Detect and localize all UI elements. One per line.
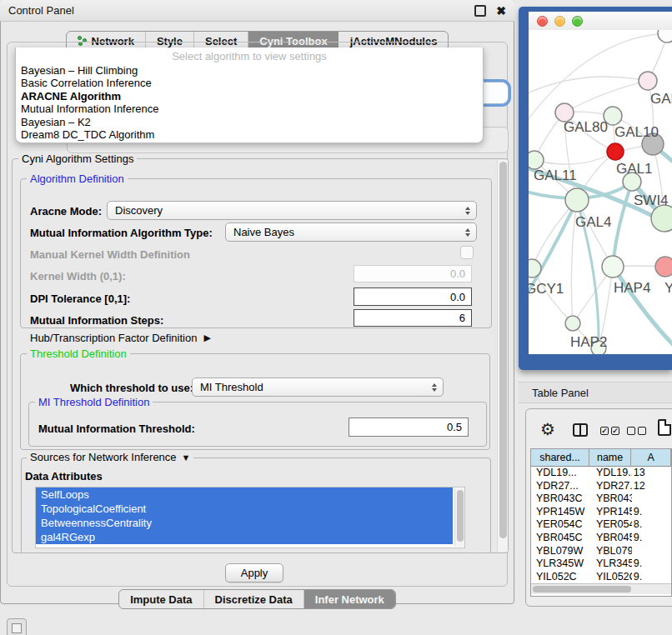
- table-row[interactable]: YIL052CYIL052C9.: [531, 571, 671, 584]
- table-row[interactable]: YBR045CYBR045C9.: [531, 532, 671, 545]
- maximize-window-icon[interactable]: [572, 16, 583, 27]
- attributes-scrollbar[interactable]: [454, 488, 464, 547]
- settings-scrollbar[interactable]: [497, 160, 508, 552]
- columns-icon[interactable]: [573, 423, 588, 437]
- network-node-label: HAP2: [570, 334, 607, 350]
- network-node-label: GAL4: [575, 214, 611, 230]
- dpi-tolerance-field[interactable]: 0.0: [354, 288, 472, 306]
- table-row[interactable]: YER054CYER054C8.: [531, 518, 671, 532]
- select-all-icon[interactable]: ✓✓: [600, 427, 619, 435]
- table-scrollbar-thumb[interactable]: [533, 586, 631, 592]
- table-row[interactable]: YBR043CYBR043C: [531, 492, 671, 506]
- network-node[interactable]: [607, 143, 624, 160]
- table-cell: 12: [632, 480, 671, 493]
- mi-threshold-value: 0.5: [447, 421, 462, 433]
- network-node[interactable]: [655, 257, 672, 277]
- manual-kernel-checkbox[interactable]: [460, 246, 474, 259]
- algorithm-dropdown-list: Bayesian – Hill ClimbingBasic Correlatio…: [16, 64, 483, 141]
- file-icon[interactable]: [658, 419, 671, 436]
- table-cell: 9.: [632, 558, 671, 571]
- data-attribute-item[interactable]: gal4RGexp: [36, 530, 453, 544]
- algorithm-option[interactable]: Dream8 DC_TDC Algorithm: [16, 128, 483, 141]
- table-row[interactable]: YLR345WYLR345W9.: [531, 558, 671, 571]
- hub-definition-disclosure[interactable]: Hub/Transcription Factor Definition ▶: [30, 332, 211, 344]
- network-node[interactable]: [565, 316, 580, 331]
- mi-threshold-field[interactable]: 0.5: [349, 418, 469, 437]
- table-cell: YIL052C: [531, 571, 589, 584]
- algorithm-option[interactable]: Bayesian – Hill Climbing: [16, 64, 483, 77]
- aracne-mode-combobox[interactable]: Discovery: [107, 201, 477, 220]
- tab-label: Discretize Data: [215, 593, 293, 606]
- network-edge-highlighted: [613, 182, 632, 267]
- network-node-label: Y: [664, 280, 672, 296]
- tab-label: Infer Network: [315, 593, 384, 606]
- mi-steps-field[interactable]: 6: [354, 309, 472, 327]
- gear-icon[interactable]: ⚙: [540, 420, 555, 438]
- control-panel-title: Control Panel: [8, 4, 74, 17]
- float-panel-icon[interactable]: [474, 5, 486, 17]
- table-cell: YLR345W: [531, 558, 589, 571]
- tab-discretize-data[interactable]: Discretize Data: [203, 590, 303, 608]
- attributes-scrollbar-thumb[interactable]: [457, 490, 464, 542]
- table-cell: [632, 545, 671, 558]
- data-attribute-item[interactable]: SelfLoops: [36, 488, 453, 502]
- close-panel-icon[interactable]: ✖: [496, 7, 506, 15]
- minimize-window-icon[interactable]: [554, 16, 565, 27]
- which-threshold-value: MI Threshold: [200, 381, 263, 393]
- mi-threshold-label: Mutual Information Threshold:: [38, 422, 195, 435]
- mi-type-combobox[interactable]: Naive Bayes: [225, 222, 477, 242]
- algorithm-option[interactable]: Bayesian – K2: [16, 116, 483, 128]
- table-panel-title: Table Panel: [532, 387, 589, 399]
- aracne-mode-label: Aracne Mode:: [30, 205, 102, 218]
- combo-arrows-icon: [432, 383, 437, 392]
- network-node-label: GAL80: [564, 119, 608, 135]
- table-cell: YLR345W: [589, 558, 632, 571]
- network-canvas[interactable]: GALGAL80GAL10GAL1GAL11SWI4GAL4GCY1HAP4YH…: [529, 30, 672, 354]
- docked-panel-icon[interactable]: [7, 618, 27, 635]
- network-node[interactable]: [565, 188, 589, 212]
- manual-kernel-label: Manual Kernel Width Definition: [30, 248, 190, 261]
- apply-button[interactable]: Apply: [225, 563, 283, 582]
- data-attributes-label: Data Attributes: [25, 470, 103, 482]
- table-cell: 9.: [632, 571, 671, 584]
- network-node[interactable]: [651, 205, 672, 232]
- close-window-icon[interactable]: [537, 16, 548, 27]
- sources-title: Sources for Network Inference: [30, 451, 177, 463]
- sources-disclosure[interactable]: Sources for Network Inference ▼: [27, 451, 193, 463]
- kernel-width-label: Kernel Width (0,1):: [30, 270, 126, 282]
- combo-arrows-icon: [465, 228, 470, 237]
- tab-impute-data[interactable]: Impute Data: [119, 590, 203, 608]
- algorithm-option[interactable]: ARACNE Algorithm: [16, 90, 483, 102]
- network-node[interactable]: [529, 259, 541, 278]
- table-cell: YDL19...: [589, 467, 632, 480]
- settings-scrollbar-thumb[interactable]: [499, 162, 507, 538]
- table-row[interactable]: YPR145WYPR145W9.: [531, 506, 671, 519]
- network-node[interactable]: [602, 256, 624, 278]
- deselect-all-icon[interactable]: [627, 427, 646, 435]
- table-row[interactable]: YDR27...YDR27...12: [531, 480, 671, 493]
- table-cell: 9.: [632, 506, 671, 519]
- combo-arrows-icon: [465, 207, 470, 215]
- tab-infer-network[interactable]: Infer Network: [303, 590, 395, 608]
- mi-steps-label: Mutual Information Steps:: [30, 314, 163, 327]
- table-cell: [632, 492, 671, 506]
- algorithm-option[interactable]: Basic Correlation Inference: [16, 77, 483, 89]
- algorithm-option[interactable]: Mutual Information Inference: [16, 102, 483, 115]
- network-node[interactable]: [639, 72, 657, 90]
- table-cell: YBL079W: [589, 545, 632, 558]
- table-row[interactable]: YDL19...YDL19...13: [531, 467, 671, 480]
- network-node-label: GAL1: [616, 161, 652, 177]
- which-threshold-combobox[interactable]: MI Threshold: [192, 378, 444, 397]
- table-horizontal-scrollbar[interactable]: [531, 583, 671, 594]
- table-row[interactable]: YBL079WYBL079W: [531, 545, 671, 558]
- kernel-width-field[interactable]: 0.0: [354, 265, 472, 282]
- table-column-header[interactable]: shared...: [531, 449, 589, 467]
- network-node[interactable]: [529, 151, 544, 169]
- data-attribute-item[interactable]: TopologicalCoefficient: [36, 502, 453, 516]
- table-cell: YER054C: [531, 518, 589, 532]
- table-column-header[interactable]: name: [589, 449, 631, 467]
- data-attribute-item[interactable]: BetweennessCentrality: [36, 516, 453, 530]
- which-threshold-label: Which threshold to use:: [70, 382, 193, 394]
- table-column-header[interactable]: A: [631, 449, 671, 467]
- network-node[interactable]: [658, 30, 672, 42]
